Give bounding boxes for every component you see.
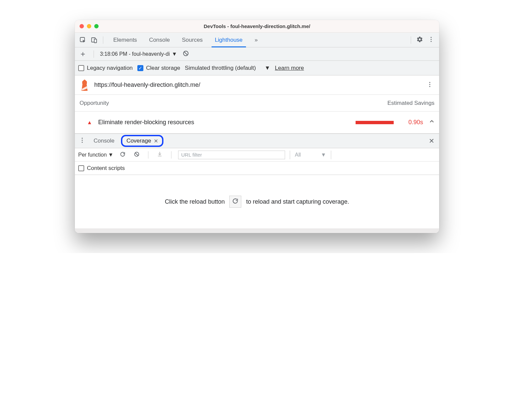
reload-hint-button[interactable] [229,196,241,208]
drawer-tab-coverage-label: Coverage [126,138,151,144]
opportunities-header: Opportunity Estimated Savings [75,95,439,112]
no-symbol-icon [134,151,140,159]
window-title: DevTools - foul-heavenly-direction.glitc… [75,23,439,29]
footer-strip [75,228,439,233]
tab-lighthouse[interactable]: Lighthouse [209,33,249,47]
svg-point-12 [429,82,430,83]
clear-storage-checkbox[interactable]: ✓ Clear storage [137,65,180,71]
dropdown-triangle-icon: ▼ [321,152,326,158]
main-toolbar: Elements Console Sources Lighthouse » [75,33,439,47]
chevron-up-icon [429,119,434,126]
inspect-icon[interactable] [78,35,88,45]
dropdown-triangle-icon: ▼ [265,65,270,71]
divider [103,36,103,44]
close-window-button[interactable] [80,24,84,28]
device-toggle-icon[interactable] [90,35,99,45]
drawer-tab-console[interactable]: Console [90,136,118,146]
close-tab-icon[interactable]: ✕ [154,138,158,144]
tab-sources[interactable]: Sources [176,33,209,47]
svg-rect-20 [158,156,162,156]
url-filter-input[interactable]: URL filter [178,151,285,159]
report-url: https://foul-heavenly-direction.glitch.m… [94,81,420,88]
content-scripts-checkbox[interactable]: Content scripts [78,165,125,172]
svg-line-19 [135,153,138,156]
legacy-navigation-label: Legacy navigation [87,65,133,71]
svg-rect-2 [94,39,97,43]
svg-marker-10 [82,79,87,81]
report-header: https://foul-heavenly-direction.glitch.m… [75,75,439,95]
close-drawer-button[interactable]: ✕ [427,137,436,145]
divider [148,151,148,159]
drawer-tab-coverage[interactable]: Coverage ✕ [121,135,163,147]
clear-reports-button[interactable] [181,49,190,59]
svg-point-13 [429,84,430,85]
panel-tabs: Elements Console Sources Lighthouse » [107,33,264,47]
reload-button[interactable] [118,150,127,160]
svg-rect-9 [82,81,87,84]
reload-icon [120,151,126,159]
svg-point-16 [82,140,83,141]
chevron-double-right-icon: » [255,37,258,43]
plus-icon: + [81,49,85,58]
more-tabs-button[interactable]: » [249,33,264,47]
estimated-savings-header-label: Estimated Savings [387,100,434,107]
minimize-window-button[interactable] [87,24,91,28]
tab-elements[interactable]: Elements [107,33,143,47]
download-icon [157,151,163,159]
clear-coverage-button[interactable] [132,150,141,160]
type-filter-select[interactable]: All ▼ [290,151,331,159]
checkbox-unchecked-icon [78,165,84,171]
learn-more-link[interactable]: Learn more [275,65,304,71]
divider [411,36,411,44]
drawer-tabbar: Console Coverage ✕ ✕ [75,134,439,148]
svg-point-3 [430,37,431,38]
lighthouse-toolbar: + 3:18:06 PM - foul-heavenly-di ▼ [75,47,439,61]
opportunity-row[interactable]: ▲ Eliminate render-blocking resources 0.… [75,112,439,134]
opportunity-label: Eliminate render-blocking resources [98,119,350,126]
svg-line-7 [184,52,187,55]
savings-bar [356,121,394,124]
report-menu-button[interactable] [425,80,434,90]
lighthouse-options: Legacy navigation ✓ Clear storage Simula… [75,61,439,75]
svg-point-14 [429,86,430,87]
fail-triangle-icon: ▲ [87,120,92,126]
kebab-icon [428,36,434,44]
tab-console[interactable]: Console [143,33,176,47]
divider [171,151,171,159]
opportunity-header-label: Opportunity [80,100,109,107]
devtools-window: DevTools - foul-heavenly-direction.glitc… [75,20,439,233]
granularity-select[interactable]: Per function ▼ [78,152,113,158]
coverage-empty-state: Click the reload button to reload and st… [75,175,439,228]
new-report-button[interactable]: + [78,49,88,59]
content-scripts-row: Content scripts [75,162,439,175]
kebab-icon [79,137,85,145]
gear-icon [416,36,423,44]
drawer-menu-button[interactable] [78,136,87,146]
svg-point-17 [82,142,83,143]
savings-value: 0.90s [400,119,423,126]
zoom-window-button[interactable] [94,24,99,28]
content-scripts-label: Content scripts [87,165,125,172]
granularity-label: Per function [78,152,107,158]
checkbox-checked-icon: ✓ [137,65,143,71]
dropdown-triangle-icon: ▼ [172,51,177,57]
clear-storage-label: Clear storage [146,65,180,71]
lighthouse-icon [80,79,90,91]
url-filter-placeholder: URL filter [181,152,202,158]
titlebar: DevTools - foul-heavenly-direction.glitc… [75,20,439,33]
settings-button[interactable] [415,35,424,45]
dropdown-triangle-icon: ▼ [108,152,113,158]
report-select[interactable]: 3:18:06 PM - foul-heavenly-di ▼ [100,51,177,57]
svg-point-5 [430,41,431,42]
export-button[interactable] [155,150,164,160]
checkbox-unchecked-icon [78,65,84,71]
coverage-toolbar: Per function ▼ URL filter All ▼ [75,148,439,162]
svg-point-4 [430,39,431,40]
more-menu-button[interactable] [426,35,436,45]
throttling-select[interactable]: Simulated throttling (default) ▼ [185,65,270,71]
close-icon: ✕ [429,137,434,145]
reload-icon [232,198,239,206]
no-symbol-icon [182,50,189,58]
legacy-navigation-checkbox[interactable]: Legacy navigation [78,65,133,71]
kebab-icon [427,81,433,89]
